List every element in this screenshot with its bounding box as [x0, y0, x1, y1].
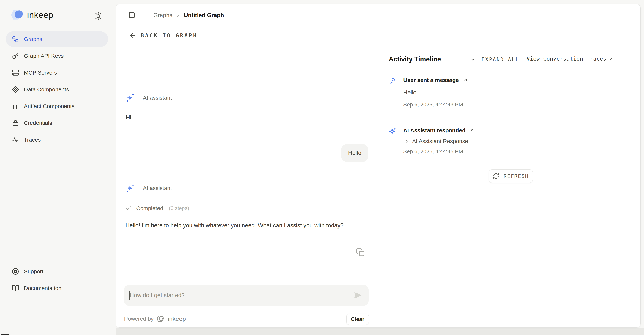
- chevron-down-icon: [470, 56, 476, 63]
- run-status[interactable]: Completed (3 steps): [126, 205, 189, 212]
- timeline-connector: [393, 89, 393, 123]
- sidebar-item-credentials[interactable]: Credentials: [6, 115, 108, 131]
- sidebar-item-graphs[interactable]: Graphs: [6, 31, 108, 47]
- sidebar-item-label: Credentials: [24, 120, 52, 126]
- powered-by-label: Powered by: [124, 316, 154, 322]
- copy-icon: [356, 248, 365, 256]
- inkeep-logo[interactable]: inkeep: [10, 10, 54, 20]
- sidebar-item-artifact-components[interactable]: Artifact Components: [6, 98, 108, 114]
- sidebar-item-label: MCP Servers: [24, 70, 57, 76]
- timeline-entry-body: Hello: [403, 89, 416, 96]
- header-divider: [146, 10, 146, 20]
- breadcrumb-parent[interactable]: Graphs: [153, 12, 172, 19]
- sparkles-icon: [388, 127, 396, 136]
- breadcrumb-current: Untitled Graph: [184, 12, 224, 19]
- key-icon: [12, 52, 19, 60]
- sun-icon: [94, 12, 103, 20]
- inkeep-wordmark: inkeep: [27, 10, 54, 20]
- sidebar-item-graph-api-keys[interactable]: Graph API Keys: [6, 48, 108, 64]
- powered-by[interactable]: Powered by inkeep: [124, 315, 186, 322]
- arrow-up-right-icon[interactable]: [469, 128, 474, 133]
- sparkles-icon: [126, 93, 135, 103]
- view-conversation-traces-link[interactable]: View Conversation Traces: [526, 56, 614, 62]
- refresh-button-label: REFRESH: [504, 173, 529, 179]
- status-label: Completed: [136, 205, 163, 212]
- inkeep-outline-logo-icon: [156, 315, 165, 322]
- panel-body: AI assistant Hi! Hello AI assistant Comp…: [116, 45, 640, 327]
- timeline-entry-timestamp: Sep 6, 2025, 4:44:43 PM: [403, 102, 463, 108]
- book-open-icon: [12, 285, 19, 292]
- clear-button[interactable]: Clear: [346, 314, 369, 325]
- timeline-entry-title-row[interactable]: User sent a message: [403, 77, 468, 83]
- expand-all-button[interactable]: EXPAND ALL: [482, 56, 519, 62]
- timeline-entry-expander[interactable]: AI Assistant Response: [404, 138, 468, 144]
- user-message-bubble: Hello: [341, 144, 368, 162]
- timeline-entry-title: User sent a message: [403, 77, 459, 83]
- activity-icon: [12, 136, 19, 143]
- dev-overlay-notch: [1, 334, 9, 335]
- sidebar-item-label: Data Components: [24, 86, 69, 92]
- arrow-left-icon: [129, 32, 136, 39]
- timeline-entry-body: AI Assistant Response: [412, 138, 468, 144]
- sidebar-item-traces[interactable]: Traces: [6, 132, 108, 148]
- timeline-collapse-button[interactable]: [470, 56, 476, 63]
- bar-chart-icon: [12, 103, 19, 110]
- main-panel: Graphs Untitled Graph BACK TO GRAPH: [116, 4, 641, 328]
- sparkles-icon: [126, 183, 135, 193]
- assistant-message-header: AI assistant: [126, 183, 172, 193]
- theme-toggle-button[interactable]: [94, 12, 103, 20]
- assistant-response-text: Hello! I'm here to help you with whateve…: [126, 220, 372, 230]
- sidebar-footer-nav: Support Documentation: [6, 264, 108, 297]
- activity-timeline-panel: Activity Timeline EXPAND ALL View Conver…: [378, 45, 640, 327]
- back-toolbar: BACK TO GRAPH: [116, 26, 640, 45]
- arrow-up-right-icon[interactable]: [463, 78, 468, 83]
- sidebar-toggle-button[interactable]: [128, 12, 135, 18]
- refresh-icon: [493, 173, 499, 179]
- chevron-right-icon: [176, 13, 180, 18]
- life-buoy-icon: [12, 268, 19, 275]
- timeline-entry-timestamp: Sep 6, 2025, 4:44:45 PM: [403, 148, 463, 155]
- timeline-header: Activity Timeline EXPAND ALL View Conver…: [378, 45, 640, 73]
- status-steps: (3 steps): [169, 205, 189, 211]
- panel-left-icon: [128, 12, 135, 18]
- page-background-strip: [112, 328, 644, 335]
- sidebar: inkeep Graphs Graph API Keys: [0, 0, 116, 335]
- sidebar-item-label: Graphs: [24, 36, 42, 42]
- sidebar-item-documentation[interactable]: Documentation: [6, 280, 108, 296]
- sidebar-nav: Graphs Graph API Keys MCP Servers Data C…: [6, 31, 108, 149]
- breadcrumb: Graphs Untitled Graph: [153, 4, 224, 26]
- send-icon: [354, 291, 362, 300]
- sidebar-item-label: Graph API Keys: [24, 53, 64, 59]
- clear-button-label: Clear: [351, 316, 364, 322]
- chat-footer: Powered by inkeep Clear: [124, 314, 368, 326]
- chat-panel: AI assistant Hi! Hello AI assistant Comp…: [116, 45, 378, 327]
- back-to-graph-button[interactable]: BACK TO GRAPH: [129, 32, 198, 39]
- sidebar-item-label: Traces: [24, 136, 41, 143]
- assistant-label: AI assistant: [143, 185, 172, 191]
- component-icon: [12, 86, 19, 93]
- timeline-entry-title-row[interactable]: AI Assistant responded: [403, 127, 474, 134]
- sidebar-item-support[interactable]: Support: [6, 264, 108, 279]
- send-button[interactable]: [354, 291, 362, 300]
- copy-button[interactable]: [356, 248, 365, 256]
- view-traces-label: View Conversation Traces: [526, 56, 606, 62]
- lock-icon: [12, 120, 19, 126]
- chat-input-container: [124, 285, 368, 306]
- sidebar-item-label: Documentation: [24, 285, 62, 292]
- assistant-message-text: Hi!: [126, 114, 133, 121]
- powered-by-brand: inkeep: [168, 316, 186, 322]
- server-icon: [12, 69, 19, 76]
- refresh-button[interactable]: REFRESH: [489, 169, 533, 183]
- sidebar-item-data-components[interactable]: Data Components: [6, 82, 108, 97]
- app-root: inkeep Graphs Graph API Keys: [0, 0, 644, 335]
- sidebar-item-mcp-servers[interactable]: MCP Servers: [6, 65, 108, 80]
- timeline-title: Activity Timeline: [389, 55, 441, 63]
- inkeep-logo-icon: [10, 10, 25, 20]
- chevron-right-icon: [404, 139, 409, 144]
- back-to-graph-label: BACK TO GRAPH: [141, 32, 198, 38]
- user-icon: [389, 77, 397, 85]
- chat-input[interactable]: [130, 285, 350, 306]
- project-switcher[interactable]: Project ult N: [0, 309, 116, 332]
- sidebar-item-label: Support: [24, 268, 44, 275]
- workflow-icon: [12, 36, 19, 43]
